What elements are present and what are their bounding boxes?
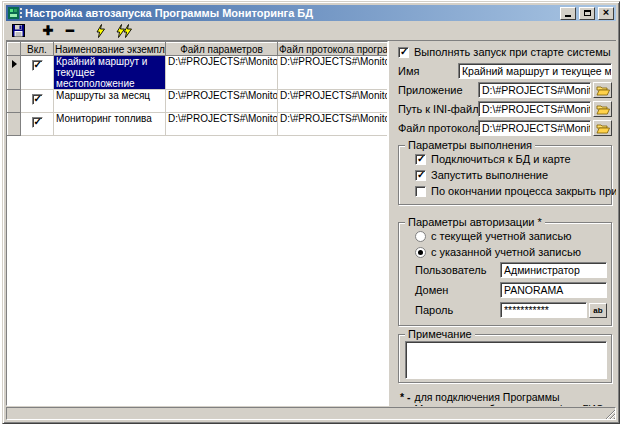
save-button[interactable] [8, 22, 28, 39]
plus-icon: ✚ [43, 24, 54, 37]
row-marker-cell [8, 113, 21, 136]
footnote-marker: * - [400, 391, 411, 406]
note-group-title: Примечание [405, 328, 475, 340]
title-bar[interactable]: Настройка автозапуска Программы Монитори… [6, 5, 616, 21]
current-row-marker [8, 56, 21, 90]
grid-header-name[interactable]: Наименование экземпляра [54, 43, 166, 56]
user-field-row: Пользователь Администратор [415, 262, 607, 278]
row-protocol-cell[interactable]: D:\#PROJECTS#\Monitoring\src [278, 113, 389, 136]
row-marker-icon [12, 60, 17, 68]
name-label: Имя [398, 65, 458, 77]
row-params-cell[interactable]: D:\#PROJECTS#\Monitoring\s [166, 56, 278, 90]
main-area: Вкл. Наименование экземпляра Файл параме… [6, 41, 616, 406]
ab-icon: ab [593, 306, 602, 315]
grid-header-protocol[interactable]: Файл протокола программы [278, 43, 389, 56]
maximize-icon [584, 10, 591, 16]
show-password-button[interactable]: ab [589, 303, 607, 318]
user-label: Пользователь [415, 264, 500, 276]
row-enabled-cell[interactable] [21, 56, 54, 90]
specified-account-row[interactable]: с указанной учетной записью [415, 246, 607, 258]
app-browse-button[interactable] [593, 82, 612, 98]
double-lightning-icon [116, 24, 132, 38]
autostart-label: Выполнять запуск при старте системы [414, 46, 611, 58]
minimize-icon [565, 15, 571, 17]
password-input[interactable]: *********** [500, 302, 587, 318]
toolbar: ✚ ━ [6, 21, 616, 41]
protocol-browse-button[interactable] [593, 120, 612, 136]
grid-header-enabled[interactable]: Вкл. [21, 43, 54, 56]
execution-group-title: Параметры выполнения [405, 139, 535, 151]
note-input[interactable] [405, 341, 607, 379]
lightning-icon [96, 24, 105, 38]
open-folder-icon [596, 104, 610, 115]
row-params-cell[interactable]: D:\#PROJECTS#\Monitoring\s [166, 113, 278, 136]
run-execution-checkbox[interactable] [415, 170, 426, 181]
app-icon [8, 7, 22, 19]
run-execution-row[interactable]: Запустить выполнение [415, 169, 607, 181]
autostart-checkbox[interactable] [398, 47, 409, 58]
run-one-button[interactable] [90, 22, 110, 39]
row-enabled-checkbox[interactable] [32, 94, 43, 105]
domain-input[interactable]: PANORAMA [500, 282, 607, 298]
connect-db-label: Подключиться к БД и карте [431, 153, 571, 165]
ini-field-row: Путь к INI-файлу D:\#PROJECTS#\Monitorin… [398, 101, 612, 117]
app-path-input[interactable]: D:\#PROJECTS#\Monitoring\src_ [478, 82, 591, 98]
row-enabled-checkbox[interactable] [32, 117, 43, 128]
instances-grid: Вкл. Наименование экземпляра Файл параме… [6, 41, 388, 406]
connect-db-checkbox[interactable] [415, 154, 426, 165]
footnote: * - для подключения Программы Мониторинг… [400, 391, 612, 406]
row-enabled-cell[interactable] [21, 90, 54, 113]
minimize-button[interactable] [560, 7, 576, 20]
password-label: Пароль [415, 304, 500, 316]
ini-path-input[interactable]: D:\#PROJECTS#\Monitoring\src_ [478, 101, 591, 117]
window-title: Настройка автозапуска Программы Монитори… [25, 7, 557, 19]
grid-header-params[interactable]: Файл параметров [166, 43, 278, 56]
status-bar [6, 407, 616, 420]
protocol-field-row: Файл протокола D:\#PROJECTS#\Monitoring\… [398, 120, 612, 136]
open-folder-icon [596, 123, 610, 134]
row-protocol-cell[interactable]: D:\#PROJECTS#\Monitoring\src [278, 90, 389, 113]
current-account-radio[interactable] [415, 231, 426, 242]
current-account-row[interactable]: с текущей учетной записью [415, 230, 607, 242]
save-icon [12, 24, 25, 37]
specified-account-radio[interactable] [415, 247, 426, 258]
row-enabled-checkbox[interactable] [32, 60, 43, 71]
row-marker-cell [8, 90, 21, 113]
run-all-button[interactable] [112, 22, 136, 39]
ini-browse-button[interactable] [593, 101, 612, 117]
specified-account-label: с указанной учетной записью [431, 246, 581, 258]
connect-db-row[interactable]: Подключиться к БД и карте [415, 153, 607, 165]
row-name-cell[interactable]: Крайний маршрут и текущее местоположение [54, 56, 166, 90]
app-field-row: Приложение D:\#PROJECTS#\Monitoring\src_ [398, 82, 612, 98]
table-row[interactable]: Мониторинг топлива D:\#PROJECTS#\Monitor… [8, 113, 389, 136]
authorization-group-title: Параметры авторизации * [405, 216, 545, 228]
maximize-button[interactable] [579, 7, 595, 20]
close-after-checkbox[interactable] [415, 186, 426, 197]
row-protocol-cell[interactable]: D:\#PROJECTS#\Monitoring\src [278, 56, 389, 90]
autostart-row[interactable]: Выполнять запуск при старте системы [398, 46, 612, 58]
run-execution-label: Запустить выполнение [431, 169, 548, 181]
row-name-cell[interactable]: Маршруты за месяц [54, 90, 166, 113]
name-input[interactable]: Крайний маршрут и текущее местоположение [458, 63, 612, 79]
close-after-row[interactable]: По окончании процесса закрыть приложение [415, 185, 607, 197]
close-button[interactable]: × [598, 7, 614, 20]
domain-label: Домен [415, 284, 500, 296]
table-row[interactable]: Маршруты за месяц D:\#PROJECTS#\Monitori… [8, 90, 389, 113]
grid-header-row: Вкл. Наименование экземпляра Файл параме… [8, 43, 389, 56]
table-row[interactable]: Крайний маршрут и текущее местоположение… [8, 56, 389, 90]
protocol-path-input[interactable]: D:\#PROJECTS#\Monitoring\src_ [478, 120, 591, 136]
current-account-label: с текущей учетной записью [431, 230, 571, 242]
add-instance-button[interactable]: ✚ [38, 22, 58, 39]
ini-label: Путь к INI-файлу [398, 103, 478, 115]
protocol-label: Файл протокола [398, 122, 478, 134]
row-params-cell[interactable]: D:\#PROJECTS#\Monitoring\s [166, 90, 278, 113]
row-enabled-cell[interactable] [21, 113, 54, 136]
user-input[interactable]: Администратор [500, 262, 607, 278]
name-field-row: Имя Крайний маршрут и текущее местополож… [398, 63, 612, 79]
password-field-row: Пароль *********** ab [415, 302, 607, 318]
row-name-cell[interactable]: Мониторинг топлива [54, 113, 166, 136]
resize-grip-icon[interactable] [603, 407, 615, 419]
close-icon: × [603, 7, 609, 18]
remove-instance-button[interactable]: ━ [60, 22, 80, 39]
authorization-groupbox: Параметры авторизации * с текущей учетно… [398, 222, 612, 326]
